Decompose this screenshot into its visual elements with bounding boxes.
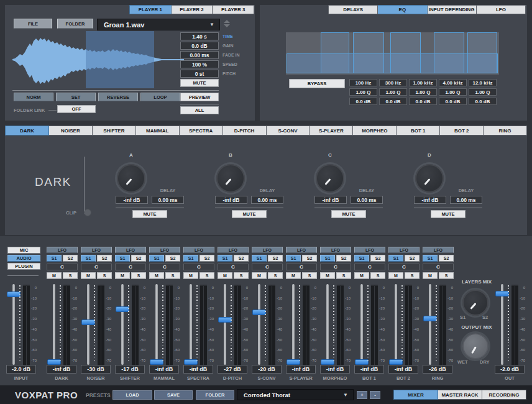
- sample-spinner[interactable]: [224, 20, 230, 27]
- channel-level-value[interactable]: -inf dB: [47, 365, 76, 374]
- eq-display[interactable]: [286, 32, 499, 75]
- channel-level-value[interactable]: -inf dB: [286, 365, 316, 374]
- preset-save-button[interactable]: SAVE: [154, 390, 193, 400]
- eq-band-3-gain[interactable]: 0.0 dB: [409, 98, 437, 105]
- effect-tab-spectra[interactable]: SPECTRA: [180, 126, 223, 135]
- layers-mix-knob[interactable]: [462, 290, 488, 316]
- channel-level-value[interactable]: -inf dB: [183, 365, 213, 374]
- voice-c-level-knob[interactable]: [316, 164, 344, 193]
- param-value-speed[interactable]: 100 %: [180, 60, 219, 68]
- effect-tab-s-conv[interactable]: S-CONV: [267, 126, 310, 135]
- eq-band-4-q[interactable]: 1.00 Q: [439, 88, 467, 96]
- eq-band-1-q[interactable]: 1.00 Q: [349, 88, 377, 96]
- eq-bypass-button[interactable]: BYPASS: [289, 79, 345, 88]
- channel-level-value[interactable]: -inf dB: [354, 365, 384, 374]
- channel-level-value[interactable]: -inf dB: [149, 365, 179, 374]
- eq-band-4-gain[interactable]: 0.0 dB: [439, 98, 467, 105]
- preview-button[interactable]: PREVIEW: [180, 93, 219, 101]
- effect-tab-ring[interactable]: RING: [484, 126, 527, 135]
- voice-b-level-knob[interactable]: [216, 164, 245, 193]
- effect-tab-d-pitch[interactable]: D-PITCH: [223, 126, 267, 135]
- eq-band-5[interactable]: [467, 32, 497, 73]
- channel-level-value[interactable]: -2.0 dB: [495, 365, 525, 374]
- voice-level-value[interactable]: -inf dB: [116, 196, 148, 204]
- channel-level-value[interactable]: -inf dB: [320, 365, 350, 374]
- effect-tab-s-player[interactable]: S-PLAYER: [310, 126, 353, 135]
- param-value-gain[interactable]: 0.0 dB: [180, 42, 219, 50]
- tab-player-2[interactable]: PLAYER 2: [172, 5, 213, 14]
- eq-band-4[interactable]: [434, 32, 464, 73]
- voice-level-value[interactable]: -inf dB: [215, 196, 247, 204]
- effect-tab-mammal[interactable]: MAMMAL: [136, 126, 180, 135]
- eq-band-3[interactable]: [390, 32, 421, 73]
- effect-tab-morpheo[interactable]: MORPHEO: [353, 126, 397, 135]
- voice-delay-value[interactable]: 0.00 ms: [351, 196, 383, 204]
- set-button[interactable]: SET: [56, 93, 96, 101]
- view-tab-recording[interactable]: RECORDING: [482, 390, 526, 400]
- param-value-fade-in[interactable]: 0.00 ms: [180, 51, 219, 59]
- voice-level-value[interactable]: -inf dB: [414, 196, 446, 204]
- all-button[interactable]: ALL: [180, 106, 219, 114]
- preset-next-button[interactable]: +: [357, 391, 367, 399]
- eq-band-3-freq[interactable]: 1.00 kHz: [409, 79, 437, 86]
- eq-band-4-freq[interactable]: 4.00 kHz: [439, 79, 467, 86]
- tab-input-depending[interactable]: INPUT DEPENDING: [428, 5, 477, 14]
- preset-load-button[interactable]: LOAD: [112, 390, 152, 400]
- preset-prev-button[interactable]: -: [370, 391, 380, 399]
- effect-tab-dark[interactable]: DARK: [5, 126, 49, 135]
- voice-delay-value[interactable]: 0.00 ms: [152, 196, 184, 204]
- eq-band-2-gain[interactable]: 0.0 dB: [379, 98, 407, 105]
- output-mix-knob[interactable]: [462, 333, 488, 359]
- channel-level-value[interactable]: -2.0 dB: [6, 365, 36, 374]
- eq-band-2[interactable]: [353, 32, 384, 73]
- norm-button[interactable]: NORM: [14, 93, 53, 101]
- tab-eq[interactable]: EQ: [378, 5, 427, 14]
- channel-level-value[interactable]: -27 dB: [218, 365, 247, 374]
- effect-tab-noiser[interactable]: NOISER: [49, 126, 93, 135]
- eq-band-1-gain[interactable]: 0.0 dB: [349, 98, 377, 105]
- eq-band-5-gain[interactable]: 0.0 dB: [469, 98, 497, 105]
- voice-mute-button[interactable]: MUTE: [431, 210, 466, 218]
- tab-delays[interactable]: DELAYS: [328, 5, 378, 14]
- effect-tab-bot-2[interactable]: BOT 2: [440, 126, 484, 135]
- voice-level-value[interactable]: -inf dB: [314, 196, 347, 204]
- voice-mute-button[interactable]: MUTE: [232, 210, 267, 218]
- view-tab-master-rack[interactable]: MASTER RACK: [438, 390, 482, 400]
- folder-link-toggle[interactable]: OFF: [57, 105, 96, 113]
- folder-button[interactable]: FOLDER: [57, 19, 93, 29]
- voice-d-level-knob[interactable]: [415, 164, 444, 193]
- voice-delay-value[interactable]: 0.00 ms: [251, 196, 283, 204]
- reverse-button[interactable]: REVERSE: [98, 93, 138, 101]
- tab-player-3[interactable]: PLAYER 3: [213, 5, 254, 14]
- channel-level-value[interactable]: -20 dB: [252, 365, 282, 374]
- view-tab-mixer[interactable]: MIXER: [393, 390, 438, 400]
- channel-level-value[interactable]: -inf dB: [388, 365, 418, 374]
- tab-lfo[interactable]: LFO: [477, 5, 526, 14]
- effect-tab-shifter[interactable]: SHIFTER: [93, 126, 136, 135]
- tab-player-1[interactable]: PLAYER 1: [129, 5, 172, 14]
- eq-band-5-freq[interactable]: 12.0 kHz: [469, 79, 497, 86]
- eq-band-2-q[interactable]: 1.00 Q: [379, 88, 407, 96]
- preset-dropdown[interactable]: Corroded Thorat ▼: [237, 389, 354, 400]
- waveform-display[interactable]: [12, 31, 184, 88]
- voice-delay-value[interactable]: 0.00 ms: [450, 196, 482, 204]
- param-value-pitch[interactable]: 0 st: [180, 70, 219, 78]
- preset-folder-button[interactable]: FOLDER: [196, 390, 234, 400]
- voice-mute-button[interactable]: MUTE: [132, 210, 167, 218]
- channel-level-value[interactable]: -30 dB: [81, 365, 111, 374]
- eq-band-1[interactable]: [321, 32, 349, 73]
- spinner-up-icon[interactable]: [224, 20, 230, 23]
- eq-band-2-freq[interactable]: 300 Hz: [379, 79, 407, 86]
- effect-tab-bot-1[interactable]: BOT 1: [397, 126, 440, 135]
- player-mute-button[interactable]: MUTE: [180, 79, 219, 87]
- waveform-selection[interactable]: [86, 31, 154, 88]
- channel-level-value[interactable]: -17 dB: [115, 365, 145, 374]
- spinner-down-icon[interactable]: [224, 24, 230, 27]
- channel-level-value[interactable]: -26 dB: [423, 365, 452, 374]
- voice-mute-button[interactable]: MUTE: [331, 210, 366, 218]
- file-button[interactable]: FILE: [14, 19, 52, 29]
- eq-band-3-q[interactable]: 1.00 Q: [409, 88, 437, 96]
- eq-band-1-freq[interactable]: 100 Hz: [349, 79, 377, 86]
- loop-button[interactable]: LOOP: [140, 93, 180, 101]
- voice-a-level-knob[interactable]: [117, 164, 145, 193]
